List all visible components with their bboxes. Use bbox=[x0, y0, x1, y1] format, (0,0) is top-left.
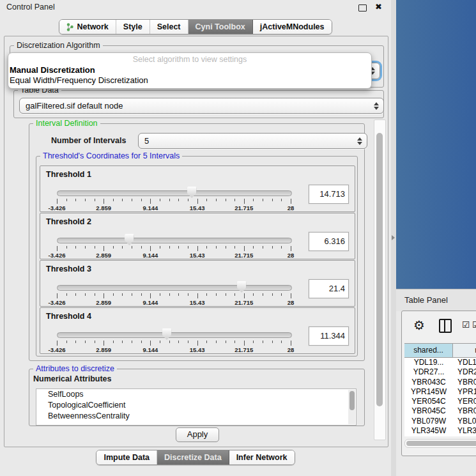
list-item[interactable]: SelfLoops bbox=[36, 389, 356, 400]
network-icon bbox=[66, 23, 73, 31]
dropdown-option-equal-width[interactable]: Equal Width/Frequency Discretization bbox=[10, 75, 148, 85]
attributes-group: Attributes to discretize Numerical Attri… bbox=[29, 369, 365, 426]
table-cell[interactable]: YER0 bbox=[453, 397, 476, 406]
slider-thumb[interactable] bbox=[237, 281, 247, 293]
slider-thumb[interactable] bbox=[162, 328, 172, 340]
table-cell[interactable]: YBL0 bbox=[453, 417, 476, 426]
tab-impute-data[interactable]: Impute Data bbox=[96, 450, 157, 464]
table-cell[interactable]: YIL052C bbox=[404, 436, 453, 436]
table-cell[interactable]: YBL079W bbox=[404, 417, 453, 426]
slider-ticks bbox=[57, 341, 291, 346]
float-window-icon[interactable] bbox=[358, 4, 367, 12]
cyni-toolbox-panel: Discretization Algorithm Table Data galF… bbox=[4, 36, 388, 447]
slider-scale-labels: -3.4262.8599.14415.4321.71528 bbox=[57, 346, 291, 353]
tab-network[interactable]: Network bbox=[59, 20, 116, 34]
table-row[interactable]: YBR043CYBR0 bbox=[404, 378, 476, 387]
table-toolbar: ⚙ ☑ ☑ bbox=[402, 311, 476, 341]
table-row[interactable]: YBR045CYBR0 bbox=[404, 406, 476, 416]
table-cell[interactable]: YDL1 bbox=[453, 358, 476, 367]
checkbox-select-all-icon[interactable]: ☑ bbox=[472, 319, 476, 330]
table-cell[interactable]: YDR2 bbox=[453, 367, 476, 377]
list-item[interactable]: BetweennessCentrality bbox=[36, 411, 356, 422]
algorithm-dropdown-popup: Select algorithm to view settings Manual… bbox=[8, 52, 372, 89]
threshold-4-slider[interactable]: -3.4262.8599.14415.4321.71528 bbox=[57, 329, 291, 351]
dropdown-option-manual[interactable]: Manual Discretization bbox=[10, 65, 95, 75]
column-header-name[interactable]: n bbox=[453, 344, 476, 357]
bottom-tabbar: Impute Data Discretize Data Infer Networ… bbox=[0, 450, 391, 465]
table-row[interactable]: YBL079WYBL0 bbox=[404, 417, 476, 426]
threshold-3-box: Threshold 3 -3.4262.8599.14415.4321.7152… bbox=[40, 260, 355, 307]
table-row[interactable]: YLR345WYLR3 bbox=[404, 426, 476, 436]
network-view-frame: GAL80GCGAL11GAL4GCY1HHAP2 bbox=[396, 0, 476, 289]
threshold-1-slider[interactable]: -3.4262.8599.14415.4321.71528 bbox=[57, 187, 291, 209]
gear-icon[interactable]: ⚙ bbox=[413, 318, 425, 333]
numerical-attributes-label: Numerical Attributes bbox=[33, 374, 111, 383]
threshold-3-slider[interactable]: -3.4262.8599.14415.4321.71528 bbox=[57, 282, 291, 303]
table-row[interactable]: YIL052CYIL0 bbox=[404, 436, 476, 436]
table-row[interactable]: YPR145WYPR1 bbox=[404, 387, 476, 397]
combo-arrows-icon bbox=[357, 137, 362, 145]
tab-infer-network[interactable]: Infer Network bbox=[229, 450, 295, 464]
threshold-4-value-field[interactable]: 11.344 bbox=[309, 326, 349, 346]
tab-jactivemnodules[interactable]: jActiveMNodules bbox=[253, 20, 332, 34]
threshold-3-value-field[interactable]: 21.4 bbox=[309, 279, 349, 298]
slider-scale-labels: -3.4262.8599.14415.4321.71528 bbox=[57, 299, 291, 305]
tab-discretize-data[interactable]: Discretize Data bbox=[157, 450, 229, 464]
table-cell[interactable]: YIL0 bbox=[453, 436, 476, 436]
slider-thumb[interactable] bbox=[187, 187, 197, 198]
slider-scale-labels: -3.4262.8599.14415.4321.71528 bbox=[57, 204, 291, 211]
num-intervals-combobox[interactable]: 5 bbox=[138, 133, 367, 149]
panel-divider[interactable] bbox=[391, 0, 396, 476]
threshold-4-box: Threshold 4 -3.4262.8599.14415.4321.7152… bbox=[40, 307, 355, 354]
slider-thumb[interactable] bbox=[125, 234, 134, 245]
table-cell[interactable]: YLR3 bbox=[453, 426, 476, 436]
num-intervals-label: Number of Intervals bbox=[51, 136, 126, 145]
threshold-1-box: Threshold 1 -3.4262.8599.14415.4321.7152… bbox=[40, 165, 355, 212]
group-title: Attributes to discretize bbox=[33, 364, 117, 373]
table-cell[interactable]: YDL19... bbox=[404, 358, 453, 367]
table-horizontal-scrollbar[interactable] bbox=[404, 439, 476, 448]
numerical-attributes-list[interactable]: SelfLoops TopologicalCoefficient Between… bbox=[36, 388, 357, 426]
table-cell[interactable]: YBR045C bbox=[404, 406, 453, 416]
tab-label: Network bbox=[77, 22, 108, 31]
group-title: Discretization Algorithm bbox=[14, 41, 103, 50]
tab-select[interactable]: Select bbox=[150, 20, 188, 34]
table-data-value: galFiltered.sif default node bbox=[26, 101, 123, 111]
table-cell[interactable]: YLR345W bbox=[404, 426, 453, 436]
table-row[interactable]: YDR27...YDR2 bbox=[404, 367, 476, 377]
columns-icon[interactable] bbox=[439, 319, 452, 333]
node-table: shared... n YDL19...YDL1YDR27...YDR2YBR0… bbox=[404, 343, 476, 436]
slider-ticks bbox=[57, 246, 291, 251]
tab-style[interactable]: Style bbox=[116, 20, 150, 34]
table-cell[interactable]: YBR0 bbox=[453, 406, 476, 416]
slider-ticks bbox=[57, 293, 291, 298]
list-item[interactable]: TopologicalCoefficient bbox=[36, 400, 356, 411]
column-header-shared-name[interactable]: shared... bbox=[404, 344, 453, 357]
close-icon[interactable]: ✖ bbox=[375, 2, 382, 12]
threshold-2-slider[interactable]: -3.4262.8599.14415.4321.71528 bbox=[57, 234, 291, 256]
table-row[interactable]: YER054CYER0 bbox=[404, 397, 476, 406]
group-title: Interval Definition bbox=[33, 119, 100, 128]
threshold-2-box: Threshold 2 -3.4262.8599.14415.4321.7152… bbox=[40, 213, 355, 259]
num-intervals-value: 5 bbox=[144, 136, 149, 146]
threshold-2-value-field[interactable]: 6.316 bbox=[309, 232, 349, 251]
table-cell[interactable]: YDR27... bbox=[404, 367, 453, 377]
table-row[interactable]: YDL19...YDL1 bbox=[404, 358, 476, 367]
collapse-arrow-icon[interactable] bbox=[392, 235, 395, 240]
table-cell[interactable]: YPR145W bbox=[404, 387, 453, 397]
table-cell[interactable]: YER054C bbox=[404, 397, 453, 406]
tab-cyni-toolbox[interactable]: Cyni Toolbox bbox=[188, 20, 253, 34]
table-body: YDL19...YDL1YDR27...YDR2YBR043CYBR0YPR14… bbox=[404, 358, 476, 436]
table-cell[interactable]: YBR0 bbox=[453, 378, 476, 387]
interval-definition-group: Interval Definition Number of Intervals … bbox=[29, 123, 365, 361]
threshold-1-value-field[interactable]: 14.713 bbox=[309, 185, 349, 204]
panel-scrollbar[interactable] bbox=[374, 119, 386, 440]
table-cell[interactable]: YPR1 bbox=[453, 387, 476, 397]
group-title: Threshold's Coordinates for 5 Intervals bbox=[40, 151, 182, 160]
thresholds-group: Threshold's Coordinates for 5 Intervals … bbox=[36, 156, 358, 357]
table-data-combobox[interactable]: galFiltered.sif default node bbox=[19, 98, 384, 114]
checkbox-select-icon[interactable]: ☑ bbox=[462, 319, 470, 330]
apply-button[interactable]: Apply bbox=[176, 427, 219, 442]
table-cell[interactable]: YBR043C bbox=[404, 378, 453, 387]
list-scrollbar[interactable] bbox=[348, 390, 355, 424]
